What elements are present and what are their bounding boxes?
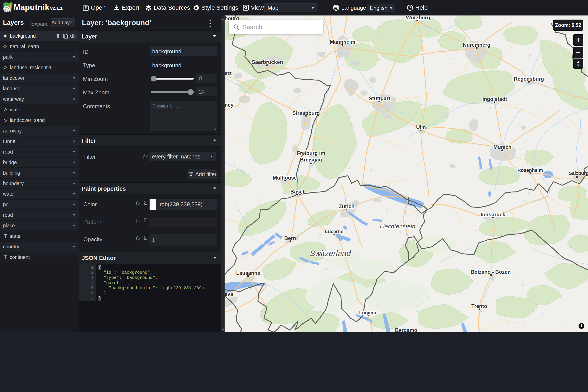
svg-text:Ingolstadt: Ingolstadt (483, 96, 507, 102)
svg-text:Bergamo: Bergamo (395, 327, 417, 332)
svg-text:Salzburg: Salzburg (569, 170, 588, 176)
svg-text:Strasbourg: Strasbourg (292, 110, 320, 116)
svg-text:Switzerland: Switzerland (310, 249, 351, 258)
svg-text:Nuremberg: Nuremberg (463, 42, 490, 48)
svg-text:Bolzano - Bozen: Bolzano - Bozen (471, 269, 511, 275)
svg-text:Freiburg im: Freiburg im (297, 150, 325, 156)
svg-text:Mulhouse: Mulhouse (273, 175, 297, 181)
svg-text:Saarbrücken: Saarbrücken (252, 59, 283, 65)
svg-text:Trento: Trento (471, 303, 487, 309)
svg-text:Basel: Basel (290, 189, 304, 194)
svg-text:Ulm: Ulm (416, 124, 426, 130)
svg-text:Zurich: Zurich (339, 204, 354, 209)
svg-text:Munich: Munich (493, 144, 512, 150)
svg-text:Lausanne: Lausanne (236, 270, 260, 276)
svg-text:ncy: ncy (225, 102, 234, 108)
svg-text:Rosenheim: Rosenheim (518, 168, 543, 173)
svg-text:?: ? (409, 6, 411, 10)
svg-text:etz: etz (225, 70, 232, 76)
svg-text:Stuttgart: Stuttgart (369, 96, 390, 101)
svg-text:Innsbruck: Innsbruck (481, 212, 506, 218)
svg-text:Breisgau: Breisgau (300, 157, 322, 162)
svg-text:Bern: Bern (284, 235, 296, 241)
svg-text:Lugano: Lugano (359, 310, 376, 316)
svg-text:Regensburg: Regensburg (514, 76, 544, 82)
svg-text:eva: eva (225, 291, 233, 297)
svg-text:Mannheim: Mannheim (330, 39, 355, 45)
svg-text:Würzburg: Würzburg (406, 16, 430, 20)
svg-text:Liechtenstein: Liechtenstein (380, 223, 415, 230)
svg-text:Lucerne: Lucerne (325, 229, 343, 234)
